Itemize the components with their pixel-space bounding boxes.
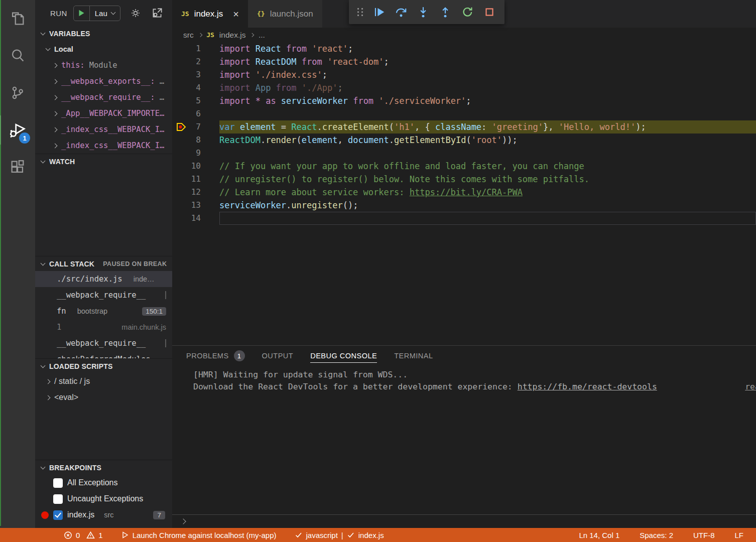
line-gutter[interactable]: 7 (172, 120, 219, 133)
line-gutter[interactable]: 6 (172, 107, 219, 120)
line-gutter[interactable]: 8 (172, 133, 219, 147)
code-line[interactable]: 10// If you want your app to work offlin… (172, 160, 756, 173)
breakpoint-checkbox[interactable] (53, 510, 63, 520)
extensions-icon[interactable] (0, 149, 35, 186)
code-line[interactable]: 8ReactDOM.render(element, document.getEl… (172, 133, 756, 147)
line-gutter[interactable]: 3 (172, 68, 219, 81)
variable-item[interactable]: __webpack_exports__: … (35, 73, 172, 89)
breadcrumb-symbol[interactable]: ... (259, 31, 265, 40)
variable-item[interactable]: __webpack_require__: … (35, 89, 172, 105)
run-and-debug-icon[interactable]: 1 (0, 111, 35, 149)
line-text[interactable]: // unregister() to register() below. Not… (219, 173, 756, 186)
problems-status[interactable]: 0 1 (61, 531, 105, 539)
tab-index-js[interactable]: JS index.js × (172, 0, 248, 28)
task-status[interactable]: javascript | index.js (292, 531, 387, 539)
line-text[interactable] (219, 147, 756, 160)
eol-status[interactable]: LF (732, 531, 746, 539)
continue-button[interactable] (368, 2, 390, 22)
line-gutter[interactable]: 13 (172, 199, 219, 212)
start-debugging-button[interactable] (74, 6, 90, 21)
line-gutter[interactable]: 12 (172, 186, 219, 199)
line-text[interactable]: import React from 'react'; (219, 42, 756, 55)
code-line[interactable]: 3import './index.css'; (172, 68, 756, 81)
line-text[interactable] (219, 212, 756, 225)
code-line[interactable]: 5import * as serviceWorker from './servi… (172, 94, 756, 107)
loaded-script-item[interactable]: <eval> (35, 389, 172, 405)
loaded-script-item[interactable]: / static / js (35, 373, 172, 389)
step-over-button[interactable] (390, 2, 412, 22)
breakpoints-section-header[interactable]: BREAKPOINTS (35, 460, 172, 475)
line-text[interactable] (219, 107, 756, 120)
indentation-status[interactable]: Spaces: 2 (637, 531, 676, 539)
line-text[interactable]: import ReactDOM from 'react-dom'; (219, 55, 756, 68)
close-icon[interactable]: × (233, 9, 239, 19)
breakpoint-item[interactable]: Uncaught Exceptions (35, 491, 172, 507)
loaded-scripts-section-header[interactable]: LOADED SCRIPTS (35, 358, 172, 373)
line-text[interactable]: import App from './App'; (219, 81, 756, 94)
line-gutter[interactable]: 11 (172, 173, 219, 186)
panel-tab-terminal[interactable]: TERMINAL (394, 346, 433, 366)
variable-item[interactable]: this: Module (35, 57, 172, 73)
code-line[interactable]: 12// Learn more about service workers: h… (172, 186, 756, 199)
code-line[interactable]: 6 (172, 107, 756, 120)
variable-item[interactable]: _index_css__WEBPACK_I… (35, 121, 172, 138)
panel-tab-debug-console[interactable]: DEBUG CONSOLE (310, 346, 377, 366)
code-line[interactable]: 9 (172, 147, 756, 160)
watch-section-header[interactable]: WATCH (35, 154, 172, 169)
cursor-position-status[interactable]: Ln 14, Col 1 (576, 531, 622, 539)
breadcrumb-folder[interactable]: src (183, 31, 194, 40)
call-stack-frame[interactable]: fnbootstrap150:1 (35, 303, 172, 319)
breadcrumb-file[interactable]: index.js (219, 31, 246, 40)
breakpoint-item[interactable]: All Exceptions (35, 475, 172, 491)
code-line[interactable]: 11// unregister() to register() below. N… (172, 173, 756, 186)
stop-button[interactable] (478, 2, 500, 22)
variables-scope-local[interactable]: Local (35, 41, 172, 57)
line-text[interactable]: ReactDOM.render(element, document.getEle… (219, 133, 756, 147)
line-text[interactable]: // Learn more about service workers: htt… (219, 186, 756, 199)
code-editor[interactable]: 1import React from 'react';2import React… (172, 42, 756, 345)
code-line[interactable]: 14 (172, 212, 756, 225)
explorer-icon[interactable] (0, 0, 35, 37)
line-text[interactable]: import * as serviceWorker from './servic… (219, 94, 756, 107)
code-line[interactable]: 4import App from './App'; (172, 81, 756, 94)
code-line[interactable]: 2import ReactDOM from 'react-dom'; (172, 55, 756, 68)
call-stack-frame[interactable]: __webpack_require__ (35, 287, 172, 303)
debug-launch-status[interactable]: Launch Chrome against localhost (my-app) (118, 531, 279, 539)
line-text[interactable]: import './index.css'; (219, 68, 756, 81)
line-gutter[interactable]: 9 (172, 147, 219, 160)
call-stack-frame[interactable]: checkDeferredModules (35, 351, 172, 358)
comment-link[interactable]: https://bit.ly/CRA-PWA (410, 187, 523, 197)
toolbar-grip-handle[interactable] (353, 2, 368, 22)
call-stack-frame[interactable]: __webpack_require__ (35, 335, 172, 351)
line-text[interactable]: // If you want your app to work offline … (219, 160, 756, 173)
console-link[interactable]: https://fb.me/react-devtools (518, 382, 657, 391)
line-gutter[interactable]: 14 (172, 212, 219, 225)
variable-item[interactable]: _index_css__WEBPACK_I… (35, 138, 172, 154)
variable-item[interactable]: _App__WEBPACK_IMPORTE… (35, 105, 172, 121)
code-line[interactable]: 7var element = React.createElement('h1',… (172, 120, 756, 133)
open-debug-console-icon[interactable] (151, 7, 164, 20)
code-line[interactable]: 13serviceWorker.unregister(); (172, 199, 756, 212)
line-gutter[interactable]: 2 (172, 55, 219, 68)
variables-section-header[interactable]: VARIABLES (35, 26, 172, 41)
step-out-button[interactable] (434, 2, 456, 22)
search-icon[interactable] (0, 37, 35, 74)
debug-console-input[interactable] (172, 514, 756, 528)
gear-icon[interactable] (130, 7, 142, 19)
panel-tab-output[interactable]: OUTPUT (262, 346, 294, 366)
breakpoint-checkbox[interactable] (53, 478, 63, 488)
line-gutter[interactable]: 1 (172, 42, 219, 55)
call-stack-section-header[interactable]: CALL STACK PAUSED ON BREAK (35, 256, 172, 271)
line-text[interactable]: serviceWorker.unregister(); (219, 199, 756, 212)
breakpoint-item[interactable]: index.jssrc7 (35, 507, 172, 523)
breakpoint-checkbox[interactable] (53, 494, 63, 504)
step-into-button[interactable] (412, 2, 434, 22)
launch-config-dropdown[interactable]: Lau (90, 9, 120, 18)
line-text[interactable]: var element = React.createElement('h1', … (219, 120, 756, 133)
line-gutter[interactable]: 5 (172, 94, 219, 107)
line-gutter[interactable]: 4 (172, 81, 219, 94)
call-stack-frame[interactable]: 1main.chunk.js (35, 319, 172, 335)
line-gutter[interactable]: 10 (172, 160, 219, 173)
panel-tab-problems[interactable]: PROBLEMS 1 (186, 346, 245, 366)
source-control-icon[interactable] (0, 74, 35, 111)
